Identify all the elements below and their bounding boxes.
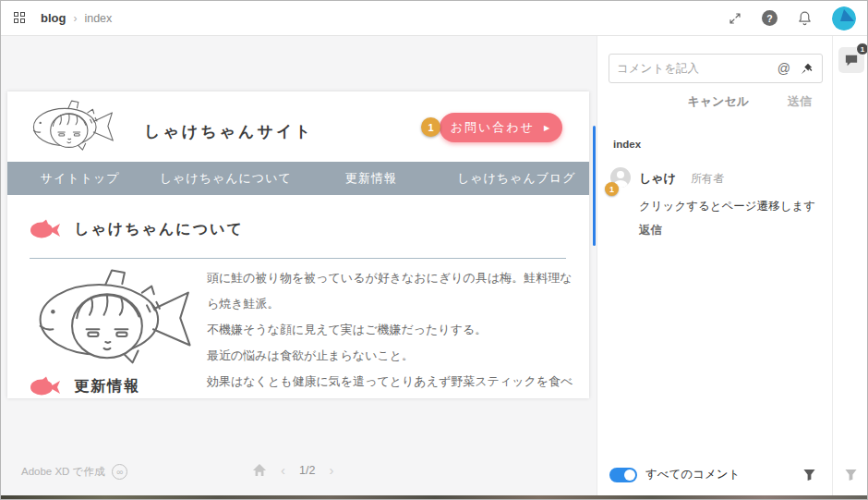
contact-arrow-icon: ▶ (544, 124, 551, 132)
top-bar-actions: ? (728, 6, 856, 30)
comments-tool-button[interactable]: 1 (838, 47, 864, 73)
home-icon[interactable] (252, 463, 267, 477)
comment-header: しゃけ 所有者 (639, 170, 724, 187)
comments-count-badge: 1 (856, 43, 868, 55)
user-avatar[interactable] (832, 6, 856, 30)
comment-actions: キャンセル 送信 (687, 93, 812, 110)
cancel-button[interactable]: キャンセル (687, 93, 749, 110)
page-indicator: 1/2 (299, 464, 315, 477)
updates-heading-text: 更新情報 (74, 377, 140, 396)
fullscreen-icon[interactable] (728, 11, 742, 26)
top-bar: blog › index ? (1, 1, 868, 36)
comment-input-box: @ (609, 54, 823, 83)
nav-item-blog[interactable]: しゃけちゃんブログ (444, 170, 590, 187)
filter-comments-icon[interactable] (802, 468, 816, 482)
shake-chan-about-illustration (28, 267, 198, 371)
nav-item-site-top[interactable]: サイトトップ (7, 170, 153, 187)
send-button[interactable]: 送信 (788, 93, 812, 110)
breadcrumb-separator-icon: › (73, 12, 77, 25)
salmon-fish-icon (30, 376, 61, 396)
about-text-line: 不機嫌そうな顔に見えて実はご機嫌だったりする。 (207, 317, 580, 343)
salmon-fish-icon (30, 219, 61, 239)
contact-button-label: お問い合わせ (451, 119, 535, 136)
section-divider (30, 258, 566, 259)
help-icon[interactable]: ? (762, 10, 778, 26)
about-text-line: 頭に鮭の被り物を被っているが好きなおにぎりの具は梅。鮭料理なら焼き鮭派。 (207, 265, 580, 317)
all-comments-toggle[interactable] (609, 468, 637, 482)
nav-item-updates[interactable]: 更新情報 (298, 170, 444, 187)
about-section-heading: しゃけちゃんについて (30, 219, 244, 239)
comment-number-badge: 1 (605, 182, 619, 196)
next-page-icon[interactable]: › (329, 462, 333, 478)
made-with-xd: Adobe XD で作成 ∞ (21, 464, 127, 480)
about-text-line: 最近の悩みは食欲が止まらないこと。 (207, 343, 580, 369)
filter-tool-icon[interactable] (844, 468, 858, 482)
reply-button[interactable]: 返信 (639, 223, 662, 238)
updates-section-heading: 更新情報 (30, 376, 140, 396)
desktop-edge-strip (1, 495, 868, 500)
comment-author: しゃけ (639, 170, 676, 187)
site-title: しゃけちゃんサイト (144, 121, 314, 142)
breadcrumb-artboard[interactable]: index (84, 12, 112, 25)
about-paragraph: 頭に鮭の被り物を被っているが好きなおにぎりの具は梅。鮭料理なら焼き鮭派。 不機嫌… (207, 265, 580, 398)
mention-icon[interactable]: @ (778, 61, 790, 76)
selected-thread-indicator (593, 126, 596, 246)
artboard-label: index (613, 139, 641, 150)
xd-preview-window: blog › index ? (0, 0, 868, 500)
artboard-index: しゃけちゃんサイト 1 お問い合わせ ▶ サイトトップ しゃけちゃんについて 更… (7, 91, 589, 398)
about-text-line: 効果はなくとも健康に気を遣ってとりあえず野菜スティックを食べている。 (207, 369, 580, 398)
right-toolbar: 1 (832, 36, 868, 495)
prev-page-icon[interactable]: ‹ (281, 462, 285, 478)
creative-cloud-icon: ∞ (112, 464, 127, 480)
contact-button[interactable]: お問い合わせ ▶ (440, 113, 562, 142)
comment-pin-badge[interactable]: 1 (421, 117, 440, 137)
comments-panel: @ キャンセル 送信 index 1 しゃけ 所有者 クリックするとページ遷移し… (597, 36, 832, 495)
made-with-label: Adobe XD で作成 (21, 465, 104, 479)
nav-item-about[interactable]: しゃけちゃんについて (153, 170, 299, 187)
apps-grid-icon[interactable] (14, 12, 26, 24)
design-canvas: しゃけちゃんサイト 1 お問い合わせ ▶ サイトトップ しゃけちゃんについて 更… (1, 36, 597, 495)
notifications-bell-icon[interactable] (797, 10, 813, 26)
comment-input[interactable] (609, 62, 778, 75)
site-nav: サイトトップ しゃけちゃんについて 更新情報 しゃけちゃんブログ (7, 162, 589, 195)
artboard-pager: ‹ 1/2 › (252, 462, 333, 478)
shake-chan-logo-illustration (28, 97, 116, 156)
comment-text: クリックするとページ遷移します (639, 199, 815, 214)
pin-comment-icon[interactable] (801, 63, 813, 75)
comments-panel-footer: すべてのコメント (597, 467, 832, 482)
all-comments-label: すべてのコメント (645, 467, 740, 482)
comment-thread[interactable]: 1 しゃけ 所有者 クリックするとページ遷移します 返信 (597, 165, 832, 253)
comment-author-role: 所有者 (691, 171, 724, 187)
about-heading-text: しゃけちゃんについて (74, 220, 244, 239)
breadcrumb-project[interactable]: blog (41, 11, 66, 25)
